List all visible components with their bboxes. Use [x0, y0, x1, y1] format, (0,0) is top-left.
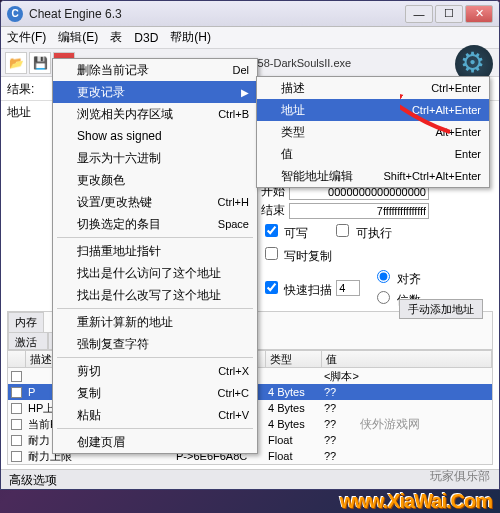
sub-address[interactable]: 地址Ctrl+Alt+Enter	[257, 99, 489, 121]
ctx-delete[interactable]: 删除当前记录Del	[53, 59, 257, 81]
copyonwrite-checkbox[interactable]: 写时复制	[261, 244, 332, 265]
sub-value[interactable]: 值Enter	[257, 143, 489, 165]
address-label: 地址	[7, 104, 31, 121]
ctx-force[interactable]: 强制复查字符	[53, 333, 257, 355]
titlebar: C Cheat Engine 6.3 — ☐ ✕	[1, 1, 499, 27]
maximize-button[interactable]: ☐	[435, 5, 463, 23]
change-submenu: 描述Ctrl+Enter 地址Ctrl+Alt+Enter 类型Alt+Ente…	[256, 76, 490, 188]
ctx-show-signed[interactable]: Show as signed	[53, 125, 257, 147]
fastscan-value[interactable]	[336, 280, 360, 296]
window-title: Cheat Engine 6.3	[29, 7, 405, 21]
ctx-cut[interactable]: 剪切Ctrl+X	[53, 360, 257, 382]
align-radio[interactable]: 对齐	[372, 267, 420, 288]
menu-edit[interactable]: 编辑(E)	[52, 29, 104, 46]
close-button[interactable]: ✕	[465, 5, 493, 23]
menu-d3d[interactable]: D3D	[128, 31, 164, 45]
ctx-browse-memory[interactable]: 浏览相关内存区域Ctrl+B	[53, 103, 257, 125]
minimize-button[interactable]: —	[405, 5, 433, 23]
menu-help[interactable]: 帮助(H)	[164, 29, 217, 46]
sub-type[interactable]: 类型Alt+Enter	[257, 121, 489, 143]
ctx-copy[interactable]: 复制Ctrl+C	[53, 382, 257, 404]
ctx-ptrscan[interactable]: 扫描重地址指针	[53, 240, 257, 262]
tab-memory[interactable]: 内存	[8, 312, 44, 332]
fastscan-checkbox[interactable]: 快速扫描	[261, 278, 332, 299]
menu-file[interactable]: 文件(F)	[1, 29, 52, 46]
ctx-paste[interactable]: 粘贴Ctrl+V	[53, 404, 257, 426]
executable-checkbox[interactable]: 可执行	[332, 221, 391, 242]
sub-smart-edit[interactable]: 智能地址编辑Shift+Ctrl+Alt+Enter	[257, 165, 489, 187]
end-label: 结束	[261, 202, 285, 219]
save-icon[interactable]: 💾	[29, 52, 51, 74]
writable-checkbox[interactable]: 可写	[261, 221, 308, 242]
context-menu: 删除当前记录Del 更改记录▶ 浏览相关内存区域Ctrl+B Show as s…	[52, 58, 258, 454]
col-type[interactable]: 类型	[266, 351, 322, 367]
ctx-color[interactable]: 更改颜色	[53, 169, 257, 191]
add-address-button[interactable]: 手动添加地址	[399, 299, 483, 319]
ctx-find-write[interactable]: 找出是什么改写了这个地址	[53, 284, 257, 306]
ctx-hotkey[interactable]: 设置/更改热键Ctrl+H	[53, 191, 257, 213]
ctx-recalc[interactable]: 重新计算新的地址	[53, 311, 257, 333]
open-icon[interactable]: 📂	[5, 52, 27, 74]
window-controls: — ☐ ✕	[405, 5, 493, 23]
menu-table[interactable]: 表	[104, 29, 128, 46]
end-input[interactable]	[289, 203, 429, 219]
sub-description[interactable]: 描述Ctrl+Enter	[257, 77, 489, 99]
ctx-toggle[interactable]: 切换选定的条目Space	[53, 213, 257, 235]
menubar: 文件(F) 编辑(E) 表 D3D 帮助(H)	[1, 27, 499, 49]
ctx-change-record[interactable]: 更改记录▶	[53, 81, 257, 103]
app-icon: C	[7, 6, 23, 22]
col-value[interactable]: 值	[322, 351, 492, 367]
watermark-logo: www.XiaWai.Com	[340, 490, 492, 513]
status-bar[interactable]: 高级选项	[1, 469, 499, 489]
ctx-new-header[interactable]: 创建页眉	[53, 431, 257, 453]
ctx-find-access[interactable]: 找出是什么访问了这个地址	[53, 262, 257, 284]
tab-activate[interactable]: 激活	[8, 332, 48, 349]
results-label: 结果:	[7, 81, 34, 98]
ctx-show-hex[interactable]: 显示为十六进制	[53, 147, 257, 169]
table-row[interactable]: 能量P->6E6F87ECFloat??	[8, 464, 492, 465]
